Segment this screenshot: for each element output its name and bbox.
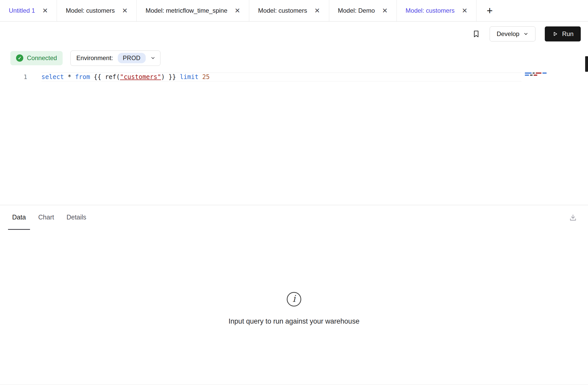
status-row: ✓ Connected Environment: PROD	[0, 46, 588, 70]
dbt-ide-window: Untitled 1 ✕ Model: customers ✕ Model: m…	[0, 0, 588, 385]
tab-details[interactable]: Details	[62, 205, 90, 230]
code-token-number: 25	[202, 73, 210, 81]
environment-value-badge: PROD	[118, 53, 146, 63]
tab-label: Model: customers	[258, 7, 307, 14]
editor-minimap[interactable]	[525, 73, 549, 77]
minimap-line	[525, 75, 549, 76]
environment-selector[interactable]: Environment: PROD	[70, 51, 160, 66]
close-tab-icon[interactable]: ✕	[314, 7, 320, 14]
editor-tab-bar: Untitled 1 ✕ Model: customers ✕ Model: m…	[0, 0, 588, 22]
run-button[interactable]: Run	[545, 26, 581, 41]
tab-model-customers[interactable]: Model: customers ✕	[57, 0, 137, 21]
connection-status-badge: ✓ Connected	[10, 51, 63, 65]
code-line-row: 1 select * from {{ ref("customers") }} l…	[0, 73, 588, 81]
close-tab-icon[interactable]: ✕	[42, 7, 48, 14]
minimap-line	[525, 73, 549, 74]
tab-untitled-1[interactable]: Untitled 1 ✕	[0, 0, 57, 21]
tab-label: Model: customers	[66, 7, 115, 14]
run-button-label: Run	[562, 30, 574, 38]
new-tab-button[interactable]: +	[480, 0, 500, 21]
scrollbar-thumb[interactable]	[585, 56, 588, 72]
tab-label: Untitled 1	[9, 7, 35, 14]
environment-label: Environment:	[76, 54, 113, 62]
develop-button-label: Develop	[497, 30, 519, 38]
code-token-keyword: select	[41, 73, 64, 81]
code-token-keyword: limit	[180, 73, 199, 81]
tab-data[interactable]: Data	[8, 205, 30, 230]
code-token-string-link[interactable]: "customers"	[120, 73, 161, 81]
close-tab-icon[interactable]: ✕	[462, 7, 467, 14]
results-tab-bar: Data Chart Details	[0, 205, 588, 230]
tab-label: Model: Demo	[338, 7, 375, 14]
check-circle-icon: ✓	[16, 54, 23, 62]
bookmark-icon[interactable]	[472, 30, 480, 38]
tab-label: Model: metricflow_time_spine	[145, 7, 227, 14]
empty-results-state: i Input query to run against your wareho…	[0, 230, 588, 325]
tab-model-demo[interactable]: Model: Demo ✕	[329, 0, 397, 21]
tab-model-metricflow-time-spine[interactable]: Model: metricflow_time_spine ✕	[137, 0, 249, 21]
close-tab-icon[interactable]: ✕	[122, 7, 128, 14]
code-token-keyword: from	[75, 73, 90, 81]
develop-button[interactable]: Develop	[490, 26, 535, 41]
code-line[interactable]: select * from {{ ref("customers") }} lim…	[41, 73, 210, 81]
connection-status-label: Connected	[27, 54, 57, 62]
tab-model-customers-3[interactable]: Model: customers ✕	[397, 0, 476, 21]
close-tab-icon[interactable]: ✕	[382, 7, 388, 14]
close-tab-icon[interactable]: ✕	[235, 7, 240, 14]
tab-model-customers-2[interactable]: Model: customers ✕	[249, 0, 329, 21]
line-number: 1	[0, 73, 27, 81]
code-token-ref: ref	[105, 73, 116, 81]
sql-editor[interactable]: 1 select * from {{ ref("customers") }} l…	[0, 73, 588, 205]
toolbar: Develop Run	[0, 22, 588, 46]
tab-label: Model: customers	[406, 7, 454, 14]
download-icon[interactable]	[569, 213, 577, 222]
info-icon: i	[287, 292, 301, 306]
play-icon	[552, 31, 558, 37]
empty-state-message: Input query to run against your warehous…	[0, 317, 588, 325]
active-line-highlight: select * from {{ ref("customers") }} lim…	[41, 73, 521, 81]
chevron-down-icon	[150, 55, 156, 61]
code-token-operator: *	[68, 73, 71, 81]
chevron-down-icon	[523, 31, 528, 37]
results-panel: Data Chart Details i Input query to run …	[0, 205, 588, 385]
tab-chart[interactable]: Chart	[34, 205, 58, 230]
